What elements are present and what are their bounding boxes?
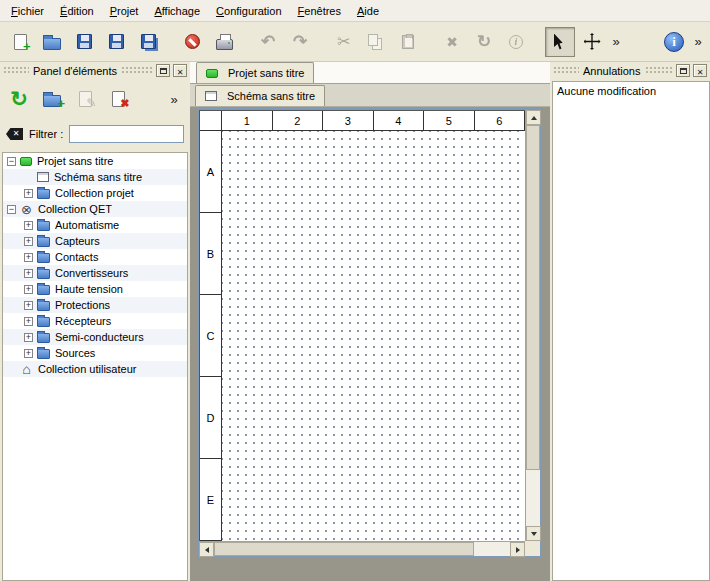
float-panel-button[interactable]	[156, 64, 170, 77]
tree-item-protections[interactable]: Protections	[3, 297, 187, 313]
scroll-up-button[interactable]	[526, 110, 541, 125]
project-tab-label: Projet sans titre	[228, 67, 304, 79]
tree-expander[interactable]	[24, 301, 33, 310]
tree-expander[interactable]	[7, 205, 16, 214]
tree-expander[interactable]	[24, 349, 33, 358]
copy-button[interactable]	[361, 27, 391, 57]
tree-item-convertisseurs[interactable]: Convertisseurs	[3, 265, 187, 281]
row-labels: A B C D E	[200, 131, 222, 541]
tree-expander[interactable]	[24, 221, 33, 230]
schema-body: A B C D E	[200, 131, 525, 541]
tree-item-icon	[37, 285, 50, 295]
print-button[interactable]	[209, 27, 239, 57]
delete-button[interactable]	[437, 27, 467, 57]
tree-expander[interactable]	[24, 237, 33, 246]
scroll-down-button[interactable]	[526, 526, 541, 541]
menu-configuration[interactable]: Configuration	[208, 2, 289, 20]
horizontal-scroll-track[interactable]	[214, 542, 510, 556]
tree-item-label: Convertisseurs	[55, 267, 128, 279]
cut-button[interactable]	[329, 27, 359, 57]
tree-item-automatisme[interactable]: Automatisme	[3, 217, 187, 233]
tree-item-icon	[37, 172, 49, 182]
vertical-scroll-track[interactable]	[526, 125, 540, 526]
conductor-info-button[interactable]	[501, 27, 531, 57]
menu-edition[interactable]: Édition	[52, 2, 102, 20]
tree-item-haute-tension[interactable]: Haute tension	[3, 281, 187, 297]
elements-tree: Projet sans titre Schéma sans titre Coll…	[2, 152, 188, 581]
vertical-scrollbar[interactable]	[525, 110, 540, 541]
edit-element-button[interactable]	[71, 85, 99, 113]
project-tabbar: Projet sans titre	[190, 62, 550, 84]
paste-button[interactable]	[393, 27, 423, 57]
tree-item-label: Haute tension	[55, 283, 123, 295]
tree-item-collection-utilisateur[interactable]: Collection utilisateur	[3, 361, 187, 377]
tree-item-label: Collection QET	[38, 203, 112, 215]
tab-schema-sans-titre[interactable]: Schéma sans titre	[195, 85, 325, 106]
tree-item-schema-sans-titre[interactable]: Schéma sans titre	[3, 169, 187, 185]
menu-aide[interactable]: Aide	[349, 2, 387, 20]
delete-element-button[interactable]	[104, 85, 132, 113]
vertical-scroll-thumb[interactable]	[526, 125, 540, 470]
diagram-canvas[interactable]	[222, 131, 525, 541]
move-tool-button[interactable]	[577, 27, 607, 57]
dock-grip[interactable]	[553, 66, 579, 75]
new-project-button[interactable]	[5, 27, 35, 57]
open-project-button[interactable]	[37, 27, 67, 57]
tree-item-projet-sans-titre[interactable]: Projet sans titre	[3, 153, 187, 169]
tree-item-icon	[37, 269, 50, 279]
elements-panel: Panel d'éléments	[0, 62, 190, 581]
tree-expander[interactable]	[24, 333, 33, 342]
toolbar-button-icon	[477, 31, 491, 52]
close-undo-panel-button[interactable]	[693, 64, 707, 77]
filter-input[interactable]	[69, 125, 184, 143]
toolbar-button-icon	[337, 32, 350, 51]
menu-fenetres[interactable]: Fenêtres	[290, 2, 349, 20]
main-toolbar	[0, 22, 710, 62]
rotate-button[interactable]	[469, 27, 499, 57]
tree-item-capteurs[interactable]: Capteurs	[3, 233, 187, 249]
toolbar-button-icon	[554, 34, 566, 50]
tree-expander[interactable]	[24, 285, 33, 294]
about-qet-button[interactable]	[659, 27, 689, 57]
horizontal-scroll-thumb[interactable]	[214, 542, 474, 556]
undo-button[interactable]	[253, 27, 283, 57]
reload-collections-button[interactable]	[5, 85, 33, 113]
tab-projet-sans-titre[interactable]: Projet sans titre	[196, 62, 314, 83]
save-as-button[interactable]	[101, 27, 131, 57]
tree-expander[interactable]	[7, 157, 16, 166]
menubar: Fichier Édition Projet Affichage Configu…	[0, 0, 710, 22]
dock-grip[interactable]	[645, 66, 674, 75]
clear-filter-button[interactable]	[6, 128, 23, 140]
tree-expander[interactable]	[24, 189, 33, 198]
column-labels: 1 2 3 4 5 6	[222, 111, 525, 130]
tree-item-semi-conducteurs[interactable]: Semi-conducteurs	[3, 329, 187, 345]
scroll-right-button[interactable]	[510, 542, 525, 557]
panel-overflow-button[interactable]	[167, 85, 181, 113]
menu-affichage[interactable]: Affichage	[146, 2, 208, 20]
tree-expander[interactable]	[24, 317, 33, 326]
menu-fichier[interactable]: Fichier	[3, 2, 52, 20]
menu-projet[interactable]: Projet	[102, 2, 147, 20]
float-undo-panel-button[interactable]	[676, 64, 690, 77]
tree-expander[interactable]	[24, 253, 33, 262]
redo-button[interactable]	[285, 27, 315, 57]
dock-grip[interactable]	[3, 66, 29, 75]
save-all-button[interactable]	[133, 27, 163, 57]
tree-item-collection-qet[interactable]: Collection QET	[3, 201, 187, 217]
select-tool-button[interactable]	[545, 27, 575, 57]
scroll-left-button[interactable]	[199, 542, 214, 557]
toolbar-overflow-right-button[interactable]	[691, 27, 705, 57]
toolbar-overflow-button[interactable]	[609, 27, 623, 57]
new-element-button[interactable]	[38, 85, 66, 113]
tree-item-collection-projet[interactable]: Collection projet	[3, 185, 187, 201]
close-panel-button[interactable]	[173, 64, 187, 77]
horizontal-scrollbar[interactable]	[199, 541, 525, 556]
tree-expander[interactable]	[24, 269, 33, 278]
tree-item-contacts[interactable]: Contacts	[3, 249, 187, 265]
tree-item-sources[interactable]: Sources	[3, 345, 187, 361]
dock-grip[interactable]	[121, 66, 153, 75]
undo-panel: Annulations Aucune modification	[550, 62, 710, 581]
save-button[interactable]	[69, 27, 99, 57]
tree-item-recepteurs[interactable]: Récepteurs	[3, 313, 187, 329]
close-file-button[interactable]	[177, 27, 207, 57]
